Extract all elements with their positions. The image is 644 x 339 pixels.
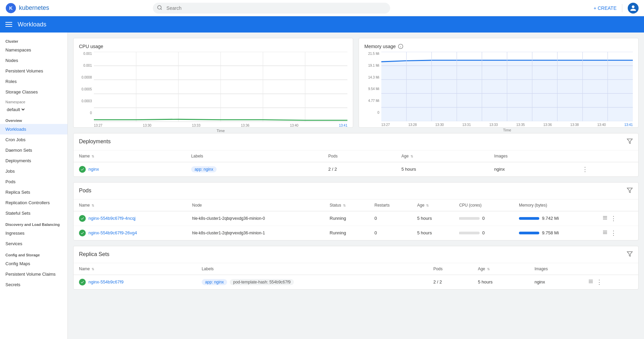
deployment-images: nginx bbox=[489, 162, 577, 176]
page-title: Workloads bbox=[18, 21, 46, 28]
sidebar-item-replication-controllers[interactable]: Replication Controllers bbox=[0, 197, 67, 208]
sidebar-item-cron-jobs[interactable]: Cron Jobs bbox=[0, 134, 67, 145]
user-avatar-button[interactable] bbox=[628, 3, 639, 14]
sidebar-item-pods[interactable]: Pods bbox=[0, 176, 67, 187]
status-ok-icon bbox=[79, 166, 86, 173]
pod-cpu-0: 0 bbox=[459, 216, 508, 221]
rs-col-images: Images bbox=[529, 263, 583, 275]
table-row: nginx-554b9c67f9-26vg4 hle-k8s-cluster1-… bbox=[74, 226, 638, 240]
discovery-section-label: Discovery and Load Balancing bbox=[0, 218, 67, 228]
pods-col-restarts: Restarts bbox=[369, 199, 412, 211]
namespace-selector[interactable]: default bbox=[0, 105, 67, 114]
pod-name-link-1[interactable]: nginx-554b9c67f9-26vg4 bbox=[88, 230, 137, 235]
rs-more-menu-0[interactable]: ⋮ bbox=[596, 278, 602, 286]
rs-pods-0: 2 / 2 bbox=[428, 275, 472, 289]
pod-logs-icon-1[interactable] bbox=[602, 230, 608, 236]
pods-col-age[interactable]: Age ⇅ bbox=[412, 199, 454, 211]
deployment-status-cell: nginx bbox=[79, 166, 180, 173]
pods-filter-icon[interactable] bbox=[627, 187, 633, 194]
rs-col-age[interactable]: Age ⇅ bbox=[472, 263, 529, 275]
pod-age-0: 5 hours bbox=[412, 211, 454, 226]
deployment-label-chip: app: nginx bbox=[191, 166, 217, 172]
deployment-row-actions: ⋮ bbox=[582, 166, 633, 173]
sidebar-item-nodes[interactable]: Nodes bbox=[0, 55, 67, 66]
config-section-label: Config and Storage bbox=[0, 249, 67, 258]
table-row: nginx app: nginx 2 / 2 5 hours nginx ⋮ bbox=[74, 162, 638, 176]
sidebar-item-stateful-sets[interactable]: Stateful Sets bbox=[0, 208, 67, 218]
sidebar-item-storage-classes[interactable]: Storage Classes bbox=[0, 87, 67, 97]
sidebar-item-pvc[interactable]: Persistent Volume Claims bbox=[0, 269, 67, 279]
pod-status-0: Running bbox=[324, 211, 369, 226]
sidebar-item-config-maps[interactable]: Config Maps bbox=[0, 258, 67, 269]
namespace-select[interactable]: default bbox=[5, 107, 26, 112]
memory-chart-svg bbox=[381, 52, 633, 121]
sidebar-item-workloads[interactable]: Workloads bbox=[0, 124, 67, 134]
pods-card: Pods Name ⇅ Node Status ⇅ Restarts Age ⇅… bbox=[73, 182, 639, 240]
rs-col-name[interactable]: Name ⇅ bbox=[74, 263, 196, 275]
deployments-col-age[interactable]: Age ⇅ bbox=[396, 150, 489, 162]
sidebar-item-persistent-volumes[interactable]: Persistent Volumes bbox=[0, 66, 67, 76]
deployments-col-actions bbox=[577, 150, 638, 162]
deployments-card: Deployments Name ⇅ Labels Pods Age ⇅ Ima… bbox=[73, 133, 639, 177]
pods-table: Name ⇅ Node Status ⇅ Restarts Age ⇅ CPU … bbox=[74, 199, 638, 240]
pod-status-ok-0 bbox=[79, 215, 86, 222]
sidebar-item-namespaces[interactable]: Namespaces bbox=[0, 45, 67, 55]
sidebar-item-daemon-sets[interactable]: Daemon Sets bbox=[0, 145, 67, 155]
cpu-chart-xlabel: Time bbox=[94, 129, 347, 133]
sidebar-item-services[interactable]: Services bbox=[0, 238, 67, 249]
create-button[interactable]: + CREATE bbox=[593, 5, 617, 11]
search-input[interactable] bbox=[153, 3, 390, 14]
topbar: K kubernetes + CREATE bbox=[0, 0, 644, 16]
cluster-section-label: Cluster bbox=[0, 35, 67, 45]
cpu-chart-card: CPU usage 0.001 0.001 0.0008 0.0005 0.00… bbox=[73, 38, 353, 128]
pod-node-0: hle-k8s-cluster1-2qbqrvexdg36-minion-0 bbox=[187, 211, 324, 226]
pod-restarts-0: 0 bbox=[369, 211, 412, 226]
pod-more-menu-0[interactable]: ⋮ bbox=[610, 215, 617, 222]
pod-more-menu-1[interactable]: ⋮ bbox=[610, 229, 617, 237]
deployment-name-link[interactable]: nginx bbox=[88, 167, 99, 172]
pod-row-actions-0: ⋮ bbox=[602, 215, 633, 222]
deployments-title: Deployments bbox=[79, 139, 110, 145]
pod-logs-icon-0[interactable] bbox=[602, 215, 608, 221]
deployment-more-menu[interactable]: ⋮ bbox=[582, 166, 588, 173]
rs-name-link-0[interactable]: nginx-554b9c67f9 bbox=[88, 279, 123, 284]
sidebar-item-roles[interactable]: Roles bbox=[0, 76, 67, 87]
deployments-col-labels: Labels bbox=[186, 150, 323, 162]
rs-col-actions bbox=[583, 263, 638, 275]
sidebar-item-secrets[interactable]: Secrets bbox=[0, 279, 67, 290]
pod-node-1: hle-k8s-cluster1-2qbqrvexdg36-minion-1 bbox=[187, 226, 324, 240]
deployment-pods: 2 / 2 bbox=[323, 162, 396, 176]
rs-images-0: nginx bbox=[529, 275, 583, 289]
info-icon bbox=[398, 44, 403, 49]
pod-memory-1: 9.758 Mi bbox=[519, 230, 591, 235]
rs-logs-icon-0[interactable] bbox=[588, 279, 593, 285]
replica-sets-title: Replica Sets bbox=[79, 251, 109, 257]
svg-marker-42 bbox=[627, 252, 632, 256]
pod-name-link-0[interactable]: nginx-554b9c67f9-4ncqj bbox=[88, 216, 136, 221]
deployments-col-pods: Pods bbox=[323, 150, 396, 162]
pod-status-cell-1: nginx-554b9c67f9-26vg4 bbox=[79, 230, 181, 236]
rs-age-0: 5 hours bbox=[472, 275, 529, 289]
pods-col-actions bbox=[597, 199, 638, 211]
deployments-table: Name ⇅ Labels Pods Age ⇅ Images bbox=[74, 150, 638, 176]
cpu-chart-svg bbox=[94, 52, 347, 122]
sidebar-item-replica-sets[interactable]: Replica Sets bbox=[0, 187, 67, 197]
replica-sets-filter-icon[interactable] bbox=[627, 251, 633, 258]
pods-col-status[interactable]: Status ⇅ bbox=[324, 199, 369, 211]
sidebar-item-jobs[interactable]: Jobs bbox=[0, 166, 67, 176]
rs-col-pods: Pods bbox=[428, 263, 472, 275]
pod-restarts-1: 0 bbox=[369, 226, 412, 240]
deployments-header: Deployments bbox=[74, 133, 638, 150]
hamburger-menu[interactable] bbox=[5, 22, 12, 27]
table-row: nginx-554b9c67f9-4ncqj hle-k8s-cluster1-… bbox=[74, 211, 638, 226]
replica-sets-header: Replica Sets bbox=[74, 246, 638, 263]
pods-col-memory: Memory (bytes) bbox=[514, 199, 597, 211]
pods-col-name[interactable]: Name ⇅ bbox=[74, 199, 187, 211]
search-icon bbox=[157, 5, 162, 11]
deployments-filter-icon[interactable] bbox=[627, 138, 633, 145]
deployments-col-name[interactable]: Name ⇅ bbox=[74, 150, 186, 162]
namespace-section-label: Namespace bbox=[0, 97, 67, 105]
sidebar-item-deployments[interactable]: Deployments bbox=[0, 155, 67, 166]
sidebar-item-ingresses[interactable]: Ingresses bbox=[0, 228, 67, 238]
rs-row-actions-0: ⋮ bbox=[588, 278, 633, 286]
